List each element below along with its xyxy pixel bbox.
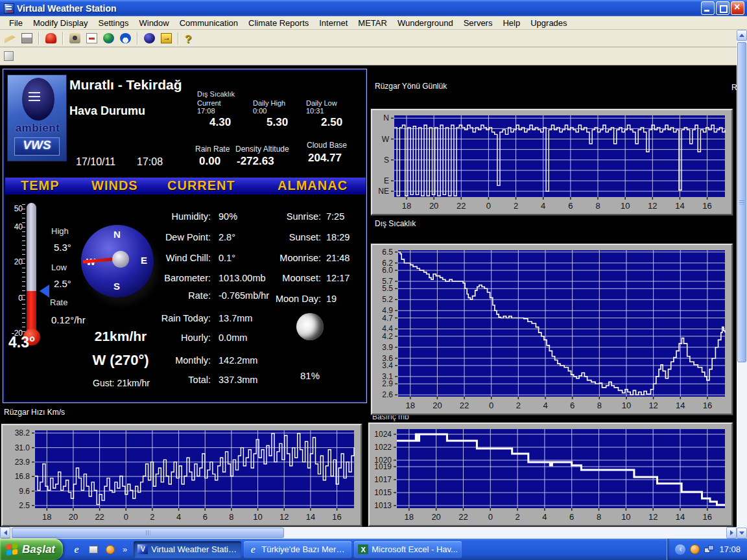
child-window-button[interactable]: [4, 51, 14, 61]
rate-value: 0.12°/hr: [51, 314, 86, 325]
svg-text:16: 16: [332, 512, 341, 522]
thermometer-scale-label: 40: [3, 222, 23, 231]
scroll-left-button[interactable]: [0, 527, 10, 539]
chart-title-temperature: Dış Sıcaklık: [375, 219, 416, 228]
sphere-icon-button[interactable]: [142, 31, 157, 45]
scroll-right-button[interactable]: [726, 527, 737, 539]
task-button-vws[interactable]: VVirtual Weather Station: [134, 541, 241, 558]
ie-icon[interactable]: e: [71, 544, 82, 555]
noaa-icon: [120, 33, 131, 43]
menu-modify-display[interactable]: Modify Display: [28, 17, 93, 29]
svg-text:16: 16: [702, 201, 711, 211]
temp-col-label: Daily High: [253, 99, 285, 107]
temp-col-value: 4.30: [209, 116, 231, 129]
noaa-icon-button[interactable]: [118, 31, 133, 45]
condition-label: Total:: [113, 375, 211, 385]
vws-logo-globe-icon: [22, 78, 54, 121]
mail-icon: [86, 33, 97, 43]
window-icon[interactable]: [88, 544, 99, 555]
svg-text:6: 6: [203, 512, 208, 522]
tab-almanac[interactable]: ALMANAC: [278, 178, 348, 193]
close-button[interactable]: [731, 1, 744, 15]
window-titlebar[interactable]: Virtual Weather Station: [0, 0, 747, 16]
logo-brand: ambient: [8, 122, 67, 135]
svg-text:10: 10: [621, 201, 630, 211]
tab-winds[interactable]: WINDS: [91, 178, 138, 193]
svg-text:22: 22: [456, 201, 466, 211]
condition-label: Monthly:: [113, 355, 211, 366]
print-icon-button[interactable]: [19, 31, 34, 45]
clipped-chart-title: R: [731, 83, 737, 92]
svg-text:6: 6: [568, 201, 573, 211]
menu-climate-reports[interactable]: Climate Reports: [243, 17, 314, 29]
minimize-button[interactable]: [701, 1, 715, 15]
menu-upgrades[interactable]: Upgrades: [525, 17, 572, 29]
almanac-label: Sunrise:: [224, 211, 321, 222]
rain-rate-value: 0.00: [199, 155, 220, 168]
horizontal-scroll-thumb[interactable]: [12, 528, 284, 538]
exit-icon-button[interactable]: [159, 31, 174, 45]
ie-icon: e: [248, 544, 258, 554]
svg-text:22: 22: [95, 512, 104, 522]
alarm-icon-button[interactable]: [43, 31, 58, 45]
horizontal-scrollbar[interactable]: [0, 527, 737, 539]
task-button-excel[interactable]: XMicrosoft Excel - Hav...: [354, 541, 462, 558]
svg-text:6: 6: [570, 401, 575, 410]
orange-launcher-icon[interactable]: [104, 544, 116, 555]
network-icon[interactable]: [704, 545, 715, 554]
temp-col-time: 10:31: [306, 107, 324, 115]
svg-text:E: E: [384, 176, 389, 185]
svg-text:2: 2: [514, 201, 518, 211]
almanac-label: Sunset:: [224, 232, 321, 242]
menu-wunderground[interactable]: Wunderground: [392, 17, 458, 29]
menu-settings[interactable]: Settings: [93, 17, 134, 29]
menu-servers[interactable]: Servers: [458, 17, 498, 29]
task-label: Microsoft Excel - Hav...: [372, 544, 458, 554]
scroll-up-button[interactable]: [737, 30, 747, 41]
high-value: 5.3°: [54, 242, 71, 253]
svg-text:12: 12: [648, 201, 657, 211]
wind-direction-plot: NWSENE1820220246810121416: [372, 110, 731, 214]
svg-text:2.5: 2.5: [19, 501, 30, 510]
tab-temp[interactable]: TEMP: [21, 178, 60, 193]
vertical-scrollbar[interactable]: [737, 30, 747, 539]
svg-text:1013: 1013: [374, 501, 392, 510]
menu-file[interactable]: File: [4, 17, 28, 29]
task-button-ie[interactable]: eTürkiye'de Bazı Merke...: [244, 541, 351, 558]
mail-icon-button[interactable]: [84, 31, 99, 45]
import-icon-button[interactable]: [3, 31, 18, 45]
svg-text:10: 10: [621, 512, 630, 522]
camera-icon-button[interactable]: [67, 31, 82, 45]
help-icon-button[interactable]: [183, 31, 198, 45]
tray-orange-icon[interactable]: [690, 544, 700, 554]
almanac-value: 19: [326, 294, 337, 304]
menu-internet[interactable]: Internet: [314, 17, 353, 29]
svg-text:8: 8: [229, 512, 233, 522]
svg-text:1017: 1017: [374, 475, 392, 484]
menu-help[interactable]: Help: [497, 17, 525, 29]
tab-current[interactable]: CURRENT: [167, 178, 235, 193]
scroll-down-button[interactable]: [737, 528, 747, 539]
svg-text:5.2: 5.2: [382, 295, 393, 304]
station-date: 17/10/11: [76, 156, 115, 168]
quick-launch-overflow-chevron[interactable]: »: [121, 544, 128, 554]
svg-text:4.2: 4.2: [382, 332, 393, 341]
svg-text:1015: 1015: [374, 488, 392, 497]
svg-text:14: 14: [676, 512, 685, 522]
density-altitude-label: Density Altitude: [235, 145, 289, 154]
toolbar-separator: [62, 32, 64, 45]
menu-communication[interactable]: Communication: [174, 17, 243, 29]
globe-icon-button[interactable]: [101, 31, 116, 45]
start-button[interactable]: Başlat: [0, 539, 63, 560]
vertical-scroll-thumb[interactable]: [737, 42, 746, 362]
menu-window[interactable]: Window: [134, 17, 174, 29]
menu-metar[interactable]: METAR: [353, 17, 392, 29]
globe-icon: [103, 33, 114, 43]
tray-collapse-chevron[interactable]: ‹: [675, 544, 685, 555]
density-altitude-value: -272.63: [237, 155, 274, 168]
camera-icon: [69, 33, 80, 43]
menu-bar: FileModify DisplaySettingsWindowCommunic…: [0, 16, 747, 30]
svg-text:5.5: 5.5: [382, 284, 393, 293]
toolbar-separator: [178, 32, 179, 45]
restore-button[interactable]: [716, 1, 729, 15]
